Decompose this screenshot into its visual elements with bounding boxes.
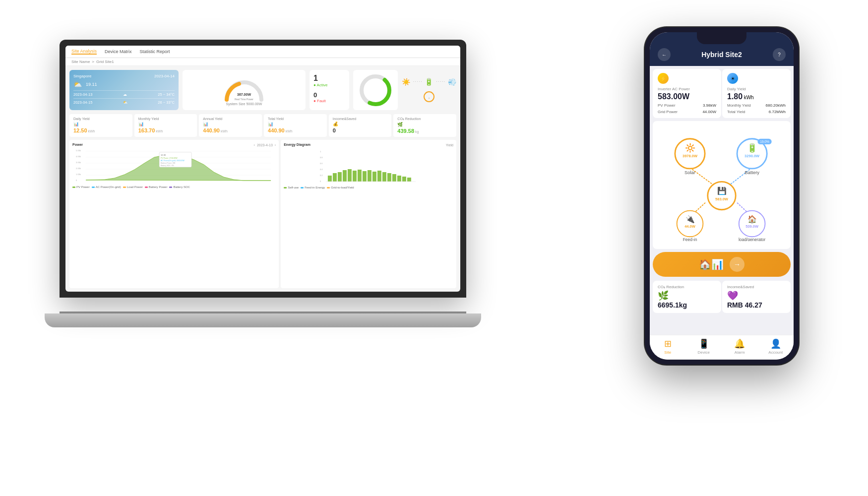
nav-statistic-report[interactable]: Statistic Report xyxy=(140,49,170,54)
flow-dots2: · · · · · xyxy=(436,80,445,83)
tab-alarm[interactable]: 🔔 Alarm xyxy=(722,338,758,355)
energy-flow-svg: 🔆 3978.0W Solar 19.0% 🔋 3290.0W Battery xyxy=(659,127,785,241)
svg-text:0.6: 0.6 xyxy=(320,162,323,165)
svg-rect-29 xyxy=(328,176,332,182)
svg-rect-44 xyxy=(402,177,406,182)
yield-total: Total Yield 📊 440.90 kWh xyxy=(264,114,327,137)
total-yield-value: 6.72MWh xyxy=(769,110,786,114)
cta-button[interactable]: 🏠📊 → xyxy=(653,252,791,277)
phone-title: Hybrid Site2 xyxy=(701,51,742,59)
monthly-yield-label: Monthly Yield xyxy=(727,103,751,108)
status-active: ● Active xyxy=(313,83,345,87)
chart-title: Power xyxy=(72,143,83,146)
weather-icon3: ⛅ xyxy=(123,100,127,105)
back-icon: ← xyxy=(662,52,667,58)
svg-rect-31 xyxy=(338,172,342,182)
breadcrumb-site-name: Site Name xyxy=(71,60,90,64)
svg-rect-45 xyxy=(407,178,411,182)
inverter-icon: ⚡ xyxy=(658,73,669,84)
site-tab-icon: ⊞ xyxy=(664,338,672,349)
total-yield-label: Total Yield xyxy=(727,110,745,114)
svg-text:3978.0W: 3978.0W xyxy=(682,154,698,158)
yield-total-value: 440.90 xyxy=(268,127,285,133)
svg-rect-43 xyxy=(397,176,401,182)
weather-wind: 19.11 xyxy=(86,82,97,87)
tab-site[interactable]: ⊞ Site xyxy=(650,338,686,355)
weather-card: Singapore 2023-04-14 ⛅ 19.11 2023-04-13 … xyxy=(69,70,179,110)
yield-monthly-value: 163.70 xyxy=(138,127,155,133)
laptop-body: Site Analysis Device Matrix Statistic Re… xyxy=(60,40,466,298)
daily-yield-value: 1.80 xyxy=(727,92,743,101)
phone-body: ← Hybrid Site2 ? ⚡ xyxy=(645,27,799,365)
phone-back-button[interactable]: ← xyxy=(658,48,671,61)
scene: Site Analysis Device Matrix Statistic Re… xyxy=(0,0,868,496)
site-tab-label: Site xyxy=(664,350,671,355)
svg-rect-40 xyxy=(382,172,386,182)
svg-text:load/generator: load/generator xyxy=(739,237,766,241)
weather-date2: 2023-04-13 xyxy=(73,92,92,97)
svg-text:🏠: 🏠 xyxy=(747,215,757,224)
pv-power-label: PV Power xyxy=(658,103,676,108)
svg-rect-38 xyxy=(372,172,376,182)
svg-text:🔌: 🔌 xyxy=(685,215,695,224)
svg-text:12:30: 12:30 xyxy=(161,154,166,156)
device-tab-label: Device xyxy=(698,350,710,355)
svg-text:5.00k: 5.00k xyxy=(76,149,81,152)
system-size: System Size 5000.00W xyxy=(226,102,262,106)
daily-yield-card: ☀ Daily Yield 1.80 kWh Monthly Yield 680… xyxy=(722,69,791,118)
grid-power-value: 44.00W xyxy=(702,110,716,114)
bar-chart-svg: 1 0.8 0.6 0.4 0.2 0 xyxy=(284,148,453,183)
breadcrumb: Site Name > Grid Site1 xyxy=(65,58,460,66)
svg-text:Solar: Solar xyxy=(684,170,695,175)
svg-rect-34 xyxy=(353,171,357,182)
laptop: Site Analysis Device Matrix Statistic Re… xyxy=(60,40,466,327)
tab-account[interactable]: 👤 Account xyxy=(758,338,794,355)
status-card: 1 ● Active 0 ● Fault xyxy=(310,70,349,110)
yield-annual-value: 440.90 xyxy=(203,127,220,133)
weather-icon2: ☁ xyxy=(123,92,127,97)
tab-device[interactable]: 📱 Device xyxy=(686,338,722,355)
weather-temp3: 26 ~ 33°C xyxy=(158,100,175,105)
yield-row: Daily Yield 📊 12.50 kWh Monthly Yield 📊 xyxy=(65,114,460,140)
svg-text:Feed-in: Feed-in xyxy=(683,237,697,241)
income-card: Income&Saved 💜 RMB 46.27 xyxy=(722,281,791,313)
flow-mini: ☀️ · · · · · 🔋 · · · · · 💨 ↓ xyxy=(402,70,456,110)
bar-chart-title: Energy Diagram xyxy=(284,143,310,146)
phone-notch xyxy=(697,32,746,44)
svg-text:Real Time Power: Real Time Power xyxy=(235,98,253,101)
svg-text:0.8: 0.8 xyxy=(320,156,323,159)
leaf-icon: 🌿 xyxy=(658,290,716,301)
svg-rect-35 xyxy=(358,170,362,182)
chart-legend: PV Power AC Power(On-grid) Load Power Ba… xyxy=(72,186,276,188)
svg-text:583.0W: 583.0W xyxy=(715,197,729,201)
chart-row: Power ‹ 2023-4-13 › 5.00k xyxy=(65,140,460,292)
yield-daily: Daily Yield 📊 12.50 kWh xyxy=(69,114,132,137)
grid-power-label: Grid Power xyxy=(658,110,678,114)
svg-text:Battery SOC: 0%: Battery SOC: 0% xyxy=(161,165,174,167)
svg-rect-36 xyxy=(363,171,367,182)
money-icon: 💜 xyxy=(727,290,786,301)
weather-date3: 2023-04-15 xyxy=(73,100,92,105)
pv-power-value: 3.98kW xyxy=(703,103,716,108)
svg-text:Battery Power: 0W: Battery Power: 0W xyxy=(161,162,176,164)
power-chart: Power ‹ 2023-4-13 › 5.00k xyxy=(69,140,279,288)
yield-icon: ☀ xyxy=(727,73,738,84)
svg-text:367.00W: 367.00W xyxy=(237,93,251,96)
screen-nav: Site Analysis Device Matrix Statistic Re… xyxy=(65,46,460,58)
weather-icon-current: ⛅ xyxy=(73,80,82,88)
nav-site-analysis[interactable]: Site Analysis xyxy=(71,49,97,55)
phone-stats-row: ⚡ Inverter AC Power 583.00W PV Power 3.9… xyxy=(650,66,794,119)
co2-label: CO₂ Reduction xyxy=(658,285,716,289)
svg-rect-41 xyxy=(387,173,391,182)
phone: ← Hybrid Site2 ? ⚡ xyxy=(645,27,799,365)
svg-rect-39 xyxy=(377,171,381,182)
phone-help-button[interactable]: ? xyxy=(773,48,786,61)
top-row: Singapore 2023-04-14 ⛅ 19.11 2023-04-13 … xyxy=(65,66,460,114)
bar-chart: Energy Diagram Yield 1 0.8 0.6 0.4 0.2 0 xyxy=(281,140,456,288)
mini-flow-svg: ↓ xyxy=(417,88,441,103)
nav-device-matrix[interactable]: Device Matrix xyxy=(105,49,132,54)
yield-co2: CO₂ Reduction 🌿 439.58 kg xyxy=(393,114,456,137)
phone-tabbar: ⊞ Site 📱 Device 🔔 Alarm 👤 Account xyxy=(650,335,794,360)
cta-arrow-icon: → xyxy=(730,257,744,272)
svg-text:44.0W: 44.0W xyxy=(684,224,696,229)
